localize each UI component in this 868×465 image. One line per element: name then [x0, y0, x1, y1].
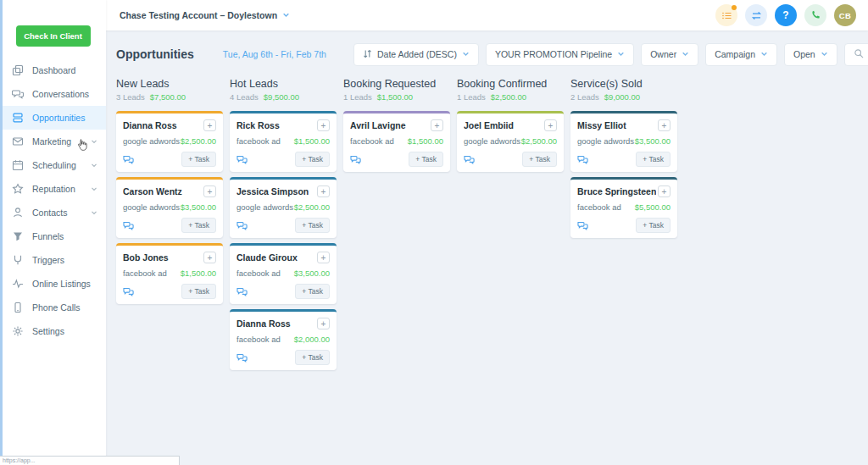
- status-dropdown-label: Open: [793, 49, 815, 59]
- lead-value: $2,500.00: [294, 202, 330, 212]
- sidebar-item-funnels[interactable]: Funnels: [0, 224, 106, 248]
- add-icon[interactable]: +: [544, 119, 557, 131]
- status-dropdown[interactable]: Open: [784, 43, 837, 66]
- sort-dropdown-label: Date Added (DESC): [377, 49, 457, 59]
- column-total: $7,500.00: [150, 92, 186, 102]
- opportunity-name: Avril Lavigne: [350, 120, 406, 130]
- opportunity-card[interactable]: Bob Jones+ facebook ad$1,500.00 + Task: [116, 243, 223, 304]
- opportunity-card[interactable]: Dianna Ross+ google adwords$2,500.00 + T…: [116, 111, 223, 172]
- opportunity-name: Bob Jones: [123, 252, 169, 263]
- opportunity-name: Joel Embiid: [464, 120, 514, 130]
- sidebar-item-conversations[interactable]: Conversations: [0, 82, 106, 106]
- marketing-icon: [12, 136, 24, 147]
- sidebar-item-online-listings[interactable]: Online Listings: [0, 272, 106, 296]
- opportunity-name: Rick Ross: [236, 120, 280, 130]
- add-task-button[interactable]: + Task: [636, 218, 670, 233]
- add-icon[interactable]: +: [203, 252, 216, 263]
- opportunity-card[interactable]: Dianna Ross+ facebook ad$2,000.00 + Task: [230, 309, 337, 370]
- column-header: Service(s) Sold 2 Leads$9,000.00: [570, 78, 677, 102]
- topbar: Chase Testing Account – Doylestown ? CB: [106, 0, 868, 30]
- conversation-icon[interactable]: [123, 221, 134, 230]
- add-icon[interactable]: +: [317, 119, 330, 131]
- opportunity-card[interactable]: Avril Lavigne+ facebook ad$1,500.00 + Ta…: [343, 111, 450, 172]
- conversation-icon[interactable]: [123, 155, 134, 164]
- column-total: $2,500.00: [491, 92, 526, 102]
- switch-account-button[interactable]: [745, 4, 767, 26]
- lead-source: facebook ad: [350, 136, 394, 146]
- conversation-icon[interactable]: [236, 221, 248, 230]
- add-task-button[interactable]: + Task: [295, 152, 330, 167]
- opportunity-card[interactable]: Claude Giroux+ facebook ad$3,500.00 + Ta…: [230, 243, 337, 304]
- owner-dropdown[interactable]: Owner: [641, 43, 698, 66]
- date-range[interactable]: Tue, Aug 6th - Fri, Feb 7th: [223, 49, 326, 59]
- add-icon[interactable]: +: [317, 318, 330, 329]
- add-icon[interactable]: +: [203, 119, 216, 131]
- conversation-icon[interactable]: [236, 155, 248, 164]
- campaign-dropdown[interactable]: Campaign: [705, 43, 777, 66]
- sidebar-item-reputation[interactable]: Reputation: [0, 177, 106, 201]
- add-task-button[interactable]: + Task: [295, 218, 330, 233]
- search-box: [844, 43, 868, 66]
- lead-value: $3,500.00: [294, 268, 330, 278]
- conversation-icon[interactable]: [236, 353, 248, 363]
- add-task-button[interactable]: + Task: [295, 350, 330, 365]
- sidebar-item-scheduling[interactable]: Scheduling: [0, 153, 106, 177]
- sidebar-item-marketing[interactable]: Marketing: [0, 130, 106, 153]
- sidebar-item-dashboard[interactable]: Dashboard: [0, 58, 106, 82]
- phone-button[interactable]: [804, 4, 826, 26]
- sidebar-item-settings[interactable]: Settings: [0, 319, 106, 343]
- add-icon[interactable]: +: [658, 119, 670, 131]
- chevron-down-icon: [682, 49, 689, 59]
- opportunity-card[interactable]: Missy Elliot+ google adwords$3,500.00 + …: [570, 111, 677, 172]
- sidebar-item-contacts[interactable]: Contacts: [0, 201, 106, 224]
- conversation-icon[interactable]: [577, 221, 588, 230]
- help-button[interactable]: ?: [775, 4, 797, 26]
- chevron-down-icon: [821, 49, 828, 59]
- sidebar-item-opportunities[interactable]: Opportunities: [0, 106, 106, 130]
- pipeline-dropdown[interactable]: YOUR PROMOTION Pipeline: [486, 43, 634, 66]
- gear-icon: [12, 325, 24, 337]
- notifications-list-button[interactable]: [715, 4, 737, 26]
- add-icon[interactable]: +: [317, 185, 330, 197]
- conversation-icon[interactable]: [577, 155, 588, 164]
- add-task-button[interactable]: + Task: [295, 284, 330, 299]
- conversation-icon[interactable]: [350, 155, 361, 164]
- opportunity-name: Dianna Ross: [236, 318, 291, 329]
- opportunity-card[interactable]: Joel Embiid+ google adwords$2,500.00 + T…: [457, 111, 564, 172]
- sidebar-nav: Dashboard Conversations Opportunities Ma…: [0, 58, 106, 343]
- add-task-button[interactable]: + Task: [522, 152, 557, 167]
- help-label: ?: [782, 9, 788, 21]
- add-task-button[interactable]: + Task: [181, 152, 216, 167]
- lead-value: $2,000.00: [294, 335, 330, 344]
- conversation-icon[interactable]: [123, 287, 134, 296]
- add-task-button[interactable]: + Task: [636, 152, 670, 167]
- column-total: $1,500.00: [377, 92, 413, 102]
- add-icon[interactable]: +: [658, 185, 670, 197]
- opportunities-icon: [12, 112, 24, 124]
- conversations-icon: [12, 88, 24, 100]
- add-task-button[interactable]: + Task: [181, 284, 216, 299]
- avatar[interactable]: CB: [834, 4, 856, 26]
- add-icon[interactable]: +: [431, 119, 443, 131]
- sidebar-item-phone-calls[interactable]: Phone Calls: [0, 296, 106, 319]
- lead-source: google adwords: [236, 202, 293, 212]
- add-task-button[interactable]: + Task: [181, 218, 216, 233]
- conversation-icon[interactable]: [236, 287, 248, 296]
- sidebar-item-triggers[interactable]: Triggers: [0, 248, 106, 272]
- page-title: Opportunities: [116, 47, 194, 61]
- account-selector[interactable]: Chase Testing Account – Doylestown: [120, 10, 290, 20]
- conversation-icon[interactable]: [464, 155, 475, 164]
- opportunity-card[interactable]: Rick Ross+ facebook ad$1,500.00 + Task: [230, 111, 337, 172]
- lead-value: $1,500.00: [181, 268, 216, 278]
- chevron-down-icon: [91, 160, 97, 170]
- sort-dropdown[interactable]: Date Added (DESC): [353, 43, 479, 66]
- opportunity-card[interactable]: Bruce Springsteen+ facebook ad$5,500.00 …: [570, 177, 677, 238]
- add-icon[interactable]: +: [317, 252, 330, 263]
- lead-source: facebook ad: [236, 335, 281, 344]
- dashboard-icon: [12, 64, 24, 76]
- add-icon[interactable]: +: [203, 185, 216, 197]
- opportunity-card[interactable]: Jessica Simpson+ google adwords$2,500.00…: [230, 177, 337, 238]
- add-task-button[interactable]: + Task: [409, 152, 443, 167]
- check-in-client-button[interactable]: Check In Client: [16, 25, 91, 47]
- opportunity-card[interactable]: Carson Wentz+ google adwords$3,500.00 + …: [116, 177, 223, 238]
